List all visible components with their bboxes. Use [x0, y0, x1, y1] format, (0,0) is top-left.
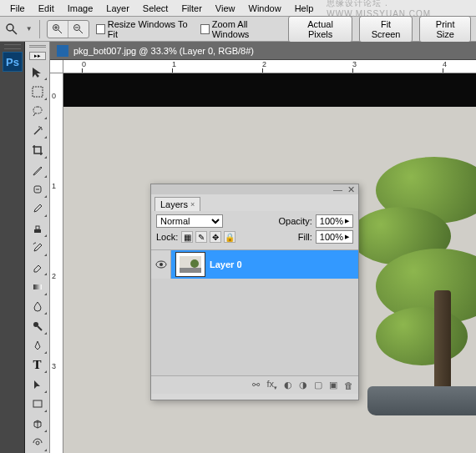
resize-windows-checkbox[interactable]: Resize Windows To Fit — [96, 19, 194, 39]
zoom-out-button[interactable] — [68, 21, 89, 38]
layer-list: Layer 0 — [151, 250, 358, 375]
svg-rect-9 — [33, 87, 43, 97]
eraser-tool[interactable] — [28, 259, 48, 276]
tab-layers[interactable]: Layers × — [154, 197, 200, 211]
zoom-mode-group — [47, 20, 89, 38]
svg-line-10 — [33, 113, 35, 116]
zoom-all-checkbox[interactable]: Zoom All Windows — [200, 19, 282, 39]
minimize-icon[interactable]: — — [333, 184, 342, 194]
ruler-tick: 3 — [352, 60, 357, 68]
menu-image[interactable]: Image — [61, 2, 100, 15]
svg-line-1 — [13, 30, 17, 34]
collapse-toggle[interactable]: ▸▸ — [29, 52, 46, 60]
menu-view[interactable]: View — [209, 2, 242, 15]
close-icon[interactable]: ✕ — [347, 184, 355, 195]
ruler-tick: 4 — [443, 60, 447, 68]
layer-name[interactable]: Layer 0 — [210, 259, 242, 269]
pen-tool[interactable] — [28, 337, 48, 355]
type-tool[interactable]: T — [28, 356, 48, 374]
path-selection-tool[interactable] — [28, 375, 48, 393]
opacity-value: 100% — [320, 216, 343, 226]
layer-group-icon[interactable]: ▢ — [314, 380, 322, 390]
options-bar: ▼ Resize Windows To Fit Zoom All Windows… — [0, 17, 476, 42]
eyedropper-tool[interactable] — [28, 161, 48, 179]
magic-wand-tool[interactable] — [28, 122, 48, 139]
menu-edit[interactable]: Edit — [32, 2, 61, 15]
link-layers-icon[interactable]: ⚯ — [252, 380, 260, 390]
visibility-toggle[interactable] — [151, 250, 171, 279]
document-title: pkg_bot007.jpg @ 33.3% (Layer 0, RGB/8#) — [73, 46, 254, 56]
ruler-origin[interactable] — [50, 60, 63, 73]
blend-mode-select[interactable]: Normal — [156, 214, 223, 228]
tab-close-icon[interactable]: × — [190, 200, 195, 209]
lock-position-icon[interactable]: ✥ — [210, 231, 221, 243]
lock-buttons: ▦ ✎ ✥ 🔒 — [181, 231, 235, 243]
lock-label: Lock: — [156, 232, 178, 242]
move-tool[interactable] — [28, 63, 48, 81]
menu-window[interactable]: Window — [242, 2, 288, 15]
menu-filter[interactable]: Filter — [175, 2, 208, 15]
layer-style-icon[interactable]: fx▾ — [266, 379, 277, 391]
tab-label: Layers — [160, 199, 188, 209]
new-layer-icon[interactable]: ▣ — [329, 380, 337, 390]
eye-icon — [155, 260, 167, 269]
zoom-in-button[interactable] — [48, 21, 68, 38]
lock-pixels-icon[interactable]: ✎ — [195, 231, 207, 243]
3d-tool[interactable] — [28, 415, 48, 432]
ruler-tick: 3 — [52, 362, 56, 370]
clone-stamp-tool[interactable] — [28, 219, 48, 237]
layer-row[interactable]: Layer 0 — [151, 250, 358, 279]
gradient-tool[interactable] — [28, 278, 48, 295]
lock-all-icon[interactable]: 🔒 — [224, 231, 235, 243]
menu-layer[interactable]: Layer — [99, 2, 136, 15]
svg-rect-19 — [33, 284, 42, 289]
menu-select[interactable]: Select — [136, 2, 175, 15]
zoom-tool-icon[interactable] — [5, 22, 19, 37]
svg-rect-18 — [36, 226, 39, 229]
ruler-tick: 1 — [52, 182, 56, 190]
menu-file[interactable]: File — [3, 2, 32, 15]
healing-brush-tool[interactable] — [28, 180, 48, 198]
document-tab[interactable]: pkg_bot007.jpg @ 33.3% (Layer 0, RGB/8#) — [50, 42, 476, 60]
layer-mask-icon[interactable]: ◐ — [284, 380, 292, 390]
brush-tool[interactable] — [28, 200, 48, 218]
fit-screen-button[interactable]: Fit Screen — [359, 16, 413, 43]
photoshop-logo-icon[interactable]: Ps — [3, 52, 23, 72]
layer-thumbnail[interactable] — [176, 253, 205, 276]
print-size-button[interactable]: Print Size — [419, 16, 471, 43]
menu-help[interactable]: Help — [288, 2, 321, 15]
opacity-input[interactable]: 100%▶ — [316, 214, 353, 228]
ruler-horizontal[interactable]: 0 1 2 3 4 — [63, 60, 476, 73]
adjustment-layer-icon[interactable]: ◑ — [299, 380, 307, 390]
image-header-band — [63, 73, 476, 107]
shape-tool[interactable] — [28, 395, 48, 413]
marquee-tool[interactable] — [28, 83, 48, 100]
actual-pixels-button[interactable]: Actual Pixels — [288, 16, 352, 43]
layers-panel: — ✕ Layers × Normal Opacity: 100%▶ Lock: — [150, 184, 359, 400]
zoom-all-label: Zoom All Windows — [212, 19, 282, 39]
panel-tabbar: Layers × — [151, 194, 358, 211]
camera-tool[interactable] — [28, 435, 48, 452]
lock-transparency-icon[interactable]: ▦ — [181, 231, 193, 243]
svg-point-23 — [36, 441, 39, 445]
canvas-area: pkg_bot007.jpg @ 33.3% (Layer 0, RGB/8#)… — [50, 42, 476, 453]
svg-line-3 — [58, 30, 62, 33]
divider — [39, 20, 40, 38]
main-area: Ps ▸▸ T pkg_bot007.jpg @ 33.3% (Layer 0,… — [0, 42, 476, 453]
grip-handle[interactable] — [4, 44, 21, 49]
fill-input[interactable]: 100%▶ — [316, 230, 353, 244]
blur-tool[interactable] — [28, 298, 48, 315]
svg-point-0 — [7, 24, 13, 31]
dodge-tool[interactable] — [28, 317, 48, 335]
zoom-dropdown-icon[interactable]: ▼ — [26, 25, 33, 33]
fill-label: Fill: — [298, 232, 312, 242]
layer-controls: Normal Opacity: 100%▶ Lock: ▦ ✎ ✥ 🔒 Fill… — [151, 211, 358, 250]
lasso-tool[interactable] — [28, 103, 48, 120]
ruler-vertical[interactable]: 0 1 2 3 4 — [50, 73, 63, 453]
menu-bar: File Edit Image Layer Select Filter View… — [0, 0, 476, 17]
grip-handle[interactable] — [29, 45, 46, 49]
delete-layer-icon[interactable]: 🗑 — [344, 380, 353, 390]
panel-titlebar[interactable]: — ✕ — [151, 184, 358, 194]
crop-tool[interactable] — [28, 141, 48, 159]
history-brush-tool[interactable] — [28, 239, 48, 257]
